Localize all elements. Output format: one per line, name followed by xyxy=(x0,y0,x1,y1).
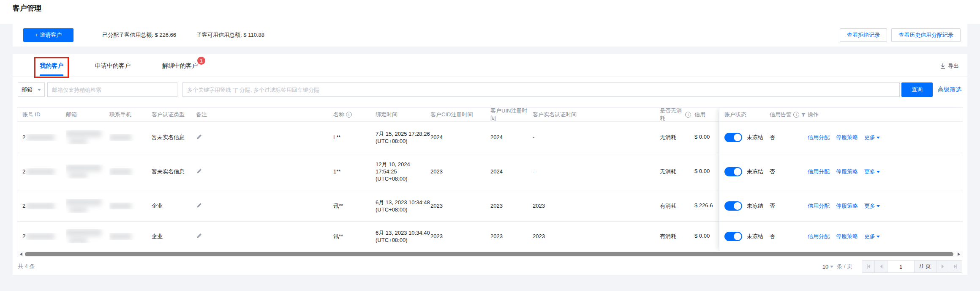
last-page-button[interactable] xyxy=(949,261,962,272)
account-id-cell: 2 xyxy=(22,233,66,240)
cid-reg-cell: 2023 xyxy=(430,168,490,175)
account-id-cell: 2 xyxy=(22,203,66,209)
tab-my-customers[interactable]: 我的客户 xyxy=(40,61,63,76)
next-page-button[interactable] xyxy=(936,261,949,272)
redacted-email xyxy=(69,238,87,243)
bind-time-cell: 6月 13, 2023 10:34:48 (UTC+08:00) xyxy=(376,199,430,213)
account-id-cell: 2 xyxy=(22,168,66,175)
search-field-select[interactable]: 邮箱 xyxy=(18,82,45,97)
email-search-input[interactable] xyxy=(47,82,177,97)
horizontal-scrollbar[interactable] xyxy=(17,251,963,257)
first-page-icon xyxy=(866,264,871,269)
tab-unbinding-customers[interactable]: 解绑中的客户 1 xyxy=(162,61,198,76)
stop-service-policy-link[interactable]: 停服策略 xyxy=(836,168,858,176)
filter-funnel-icon[interactable] xyxy=(801,112,806,117)
email-cell xyxy=(66,229,109,243)
account-id-cell: 2 xyxy=(22,134,66,141)
more-dropdown[interactable]: 更多 xyxy=(864,202,880,210)
more-dropdown[interactable]: 更多 xyxy=(864,134,880,141)
keyword-filter-input[interactable] xyxy=(182,82,900,97)
edit-pencil-icon[interactable] xyxy=(196,134,202,140)
col-credit-alert: 信用告警 xyxy=(770,111,808,118)
account-id-prefix: 2 xyxy=(22,233,25,239)
col-real-name-time: 客户实名认证时间 xyxy=(533,111,660,118)
info-icon[interactable] xyxy=(346,112,352,118)
stop-service-policy-link[interactable]: 停服策略 xyxy=(836,134,858,141)
real-name-cell: - xyxy=(533,168,660,175)
allocated-credit-label: 已分配子客信用总额: xyxy=(102,32,153,38)
freeze-toggle[interactable] xyxy=(724,167,742,176)
freeze-toggle[interactable] xyxy=(724,201,742,211)
current-page-input[interactable]: 1 xyxy=(887,261,915,272)
scroll-left-arrow[interactable] xyxy=(17,251,23,257)
remark-cell xyxy=(196,202,333,210)
scrollbar-thumb[interactable] xyxy=(25,252,953,256)
credit-allocation-link[interactable]: 信用分配 xyxy=(808,134,830,141)
credit-allocation-link[interactable]: 信用分配 xyxy=(808,202,830,210)
page-title: 客户管理 xyxy=(13,3,41,13)
real-name-cell: 2023 xyxy=(533,203,660,209)
col-auth-type: 客户认证类型 xyxy=(152,111,196,118)
col-phone: 联系手机 xyxy=(109,111,152,118)
view-history-credit-records-button[interactable]: 查看历史信用分配记录 xyxy=(891,28,961,42)
scrollbar-track[interactable] xyxy=(23,251,957,257)
credit-allocation-link[interactable]: 信用分配 xyxy=(808,233,830,240)
real-name-cell: - xyxy=(533,134,660,140)
redacted-account-id xyxy=(27,233,54,240)
search-button[interactable]: 查询 xyxy=(901,82,933,97)
real-name-cell: 2023 xyxy=(533,233,660,239)
available-credit: 子客可用信用总额: $ 110.88 xyxy=(196,31,264,39)
edit-pencil-icon[interactable] xyxy=(196,202,202,209)
chevron-down-icon xyxy=(38,89,41,93)
top-bar: 客户管理 xyxy=(0,0,980,16)
credit-allocation-link[interactable]: 信用分配 xyxy=(808,168,830,176)
email-cell xyxy=(66,165,109,178)
edit-pencil-icon[interactable] xyxy=(196,168,202,174)
sort-icon[interactable] xyxy=(399,111,403,118)
operation-cell: 信用分配 停服策略 更多 xyxy=(808,134,963,141)
phone-cell xyxy=(109,168,152,175)
page-size-select[interactable]: 10 xyxy=(822,264,833,270)
name-cell: 1** xyxy=(333,168,376,175)
chevron-down-icon xyxy=(877,171,880,175)
freeze-toggle[interactable] xyxy=(724,232,742,241)
scroll-right-arrow[interactable] xyxy=(957,251,963,257)
first-page-button[interactable] xyxy=(862,261,875,272)
advanced-filter-link[interactable]: 高级筛选 xyxy=(938,86,961,93)
uin-reg-cell: 2024 xyxy=(490,168,533,175)
account-id-prefix: 2 xyxy=(22,134,25,140)
page-body: + 邀请客户 已分配子客信用总额: $ 226.66 子客可用信用总额: $ 1… xyxy=(0,24,980,291)
invite-customer-button[interactable]: + 邀请客户 xyxy=(23,28,74,42)
export-label: 导出 xyxy=(948,62,959,70)
stop-service-policy-link[interactable]: 停服策略 xyxy=(836,202,858,210)
fixed-row: 未冻结 否 信用分配 停服策略 更多 xyxy=(719,190,963,222)
bind-time-cell: 12月 10, 2024 17:54:25 (UTC+08:00) xyxy=(376,161,430,182)
name-cell: 讯** xyxy=(333,233,376,240)
prev-page-icon xyxy=(879,264,884,269)
chevron-down-icon xyxy=(877,137,880,140)
per-page-label: 条 / 页 xyxy=(837,263,852,270)
tab-applying-customers[interactable]: 申请中的客户 xyxy=(95,61,131,76)
export-button[interactable]: 导出 xyxy=(940,61,959,70)
customer-table-card: 我的客户 申请中的客户 解绑中的客户 1 导出 邮箱 xyxy=(13,54,967,275)
redacted-account-id xyxy=(27,203,54,209)
freeze-toggle[interactable] xyxy=(724,133,742,142)
phone-cell xyxy=(109,134,152,141)
col-bind-time-label: 绑定时间 xyxy=(376,111,397,118)
view-reject-records-button[interactable]: 查看拒绝记录 xyxy=(840,28,887,42)
info-icon[interactable] xyxy=(793,112,799,118)
more-dropdown[interactable]: 更多 xyxy=(864,233,880,240)
pagination-controls: 10 条 / 页 1 /1 页 xyxy=(822,260,962,273)
col-credit-alert-label: 信用告警 xyxy=(770,111,792,118)
redacted-account-id xyxy=(27,168,54,175)
info-icon[interactable] xyxy=(685,112,691,118)
more-dropdown[interactable]: 更多 xyxy=(864,168,880,176)
stop-service-policy-link[interactable]: 停服策略 xyxy=(836,233,858,240)
tab-applying-customers-label: 申请中的客户 xyxy=(95,62,131,69)
status-label: 未冻结 xyxy=(747,233,763,240)
email-cell xyxy=(66,199,109,213)
account-status-cell: 未冻结 xyxy=(724,167,770,176)
redacted-email xyxy=(69,139,87,144)
prev-page-button[interactable] xyxy=(875,261,887,272)
edit-pencil-icon[interactable] xyxy=(196,233,202,239)
